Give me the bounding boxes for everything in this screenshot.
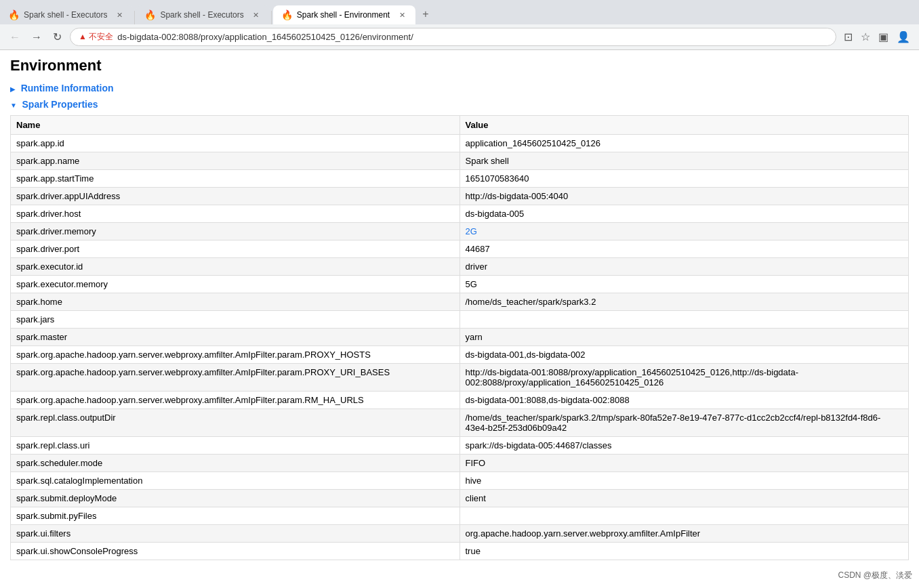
tab-icon-3: 🔥 bbox=[281, 9, 293, 20]
property-value: ds-bigdata-001,ds-bigdata-002 bbox=[460, 346, 909, 364]
col-header-name: Name bbox=[11, 116, 460, 135]
property-value: 5G bbox=[460, 276, 909, 293]
back-button[interactable]: ← bbox=[7, 30, 23, 45]
table-row: spark.submit.pyFiles bbox=[11, 507, 909, 525]
tab-bar: 🔥 Spark shell - Executors ✕ 🔥 Spark shel… bbox=[0, 0, 919, 24]
cast-button[interactable]: ⊡ bbox=[842, 28, 855, 45]
address-bar-row: ← → ↻ ▲ 不安全 ds-bigdata-002:8088/proxy/ap… bbox=[0, 24, 919, 49]
spark-section-header: Spark Properties bbox=[10, 99, 909, 110]
tab-environment[interactable]: 🔥 Spark shell - Environment ✕ bbox=[273, 5, 415, 24]
refresh-button[interactable]: ↻ bbox=[50, 29, 64, 45]
table-row: spark.app.nameSpark shell bbox=[11, 152, 909, 170]
table-row: spark.scheduler.modeFIFO bbox=[11, 455, 909, 472]
table-row: spark.driver.hostds-bigdata-005 bbox=[11, 205, 909, 223]
property-value: ds-bigdata-001:8088,ds-bigdata-002:8088 bbox=[460, 392, 909, 409]
property-name: spark.ui.showConsoleProgress bbox=[11, 543, 460, 560]
table-row: spark.driver.port44687 bbox=[11, 240, 909, 258]
table-row: spark.app.startTime1651070583640 bbox=[11, 170, 909, 188]
tab-executors-1[interactable]: 🔥 Spark shell - Executors ✕ bbox=[0, 5, 133, 24]
address-url: ds-bigdata-002:8088/proxy/application_16… bbox=[117, 32, 828, 42]
property-name: spark.repl.class.outputDir bbox=[11, 409, 460, 437]
property-value bbox=[460, 311, 909, 329]
table-row: spark.driver.appUIAddresshttp://ds-bigda… bbox=[11, 188, 909, 205]
page-title: Environment bbox=[10, 57, 909, 75]
browser-actions: ⊡ ☆ ▣ 👤 bbox=[842, 28, 912, 45]
property-value[interactable]: 2G bbox=[460, 223, 909, 240]
runtime-label: Runtime Information bbox=[21, 83, 114, 93]
property-value: application_1645602510425_0126 bbox=[460, 135, 909, 152]
tab-separator-1 bbox=[134, 11, 135, 24]
property-name: spark.app.startTime bbox=[11, 170, 460, 188]
table-row: spark.org.apache.hadoop.yarn.server.webp… bbox=[11, 346, 909, 364]
property-value: http://ds-bigdata-001:8088/proxy/applica… bbox=[460, 364, 909, 392]
runtime-section-header: Runtime Information bbox=[10, 83, 909, 93]
new-tab-button[interactable]: + bbox=[415, 4, 435, 24]
tab-title-3: Spark shell - Environment bbox=[297, 10, 390, 20]
property-name: spark.sql.catalogImplementation bbox=[11, 472, 460, 490]
tab-title-2: Spark shell - Executors bbox=[160, 10, 243, 20]
property-value bbox=[460, 507, 909, 525]
tab-close-1[interactable]: ✕ bbox=[114, 9, 125, 20]
property-value: driver bbox=[460, 258, 909, 276]
table-row: spark.executor.memory5G bbox=[11, 276, 909, 293]
table-row: spark.ui.showConsoleProgresstrue bbox=[11, 543, 909, 560]
profile-button[interactable]: 👤 bbox=[895, 28, 912, 45]
property-name: spark.driver.memory bbox=[11, 223, 460, 240]
table-row: spark.submit.deployModeclient bbox=[11, 490, 909, 507]
tab-executors-2[interactable]: 🔥 Spark shell - Executors ✕ bbox=[136, 5, 269, 24]
property-value: ds-bigdata-005 bbox=[460, 205, 909, 223]
tab-icon-1: 🔥 bbox=[8, 9, 20, 20]
property-name: spark.executor.memory bbox=[11, 276, 460, 293]
property-value: hive bbox=[460, 472, 909, 490]
tab-title-1: Spark shell - Executors bbox=[24, 10, 107, 20]
property-value: /home/ds_teacher/spark/spark3.2 bbox=[460, 293, 909, 311]
property-name: spark.app.name bbox=[11, 152, 460, 170]
property-name: spark.repl.class.uri bbox=[11, 437, 460, 455]
tab-close-3[interactable]: ✕ bbox=[396, 9, 407, 20]
table-row: spark.masteryarn bbox=[11, 329, 909, 346]
property-value: true bbox=[460, 543, 909, 560]
table-row: spark.ui.filtersorg.apache.hadoop.yarn.s… bbox=[11, 525, 909, 543]
security-warning: ▲ 不安全 bbox=[79, 31, 113, 43]
table-row: spark.repl.class.urispark://ds-bigdata-0… bbox=[11, 437, 909, 455]
property-name: spark.app.id bbox=[11, 135, 460, 152]
forward-button[interactable]: → bbox=[28, 30, 45, 45]
tab-close-2[interactable]: ✕ bbox=[251, 9, 262, 20]
spark-label: Spark Properties bbox=[22, 99, 98, 110]
runtime-toggle[interactable]: Runtime Information bbox=[10, 83, 114, 93]
property-value: 1651070583640 bbox=[460, 170, 909, 188]
table-row: spark.app.idapplication_1645602510425_01… bbox=[11, 135, 909, 152]
property-name: spark.scheduler.mode bbox=[11, 455, 460, 472]
property-value: org.apache.hadoop.yarn.server.webproxy.a… bbox=[460, 525, 909, 543]
tab-groups-button[interactable]: ▣ bbox=[876, 28, 891, 45]
property-name: spark.executor.id bbox=[11, 258, 460, 276]
address-box[interactable]: ▲ 不安全 ds-bigdata-002:8088/proxy/applicat… bbox=[70, 28, 836, 46]
property-name: spark.submit.pyFiles bbox=[11, 507, 460, 525]
property-name: spark.master bbox=[11, 329, 460, 346]
property-name: spark.org.apache.hadoop.yarn.server.webp… bbox=[11, 346, 460, 364]
property-name: spark.ui.filters bbox=[11, 525, 460, 543]
property-value: Spark shell bbox=[460, 152, 909, 170]
property-name: spark.org.apache.hadoop.yarn.server.webp… bbox=[11, 392, 460, 409]
table-row: spark.repl.class.outputDir/home/ds_teach… bbox=[11, 409, 909, 437]
table-row: spark.sql.catalogImplementationhive bbox=[11, 472, 909, 490]
tab-separator-2 bbox=[271, 11, 272, 24]
page-content: Environment Runtime Information Spark Pr… bbox=[0, 50, 919, 567]
property-value: FIFO bbox=[460, 455, 909, 472]
property-value: /home/ds_teacher/spark/spark3.2/tmp/spar… bbox=[460, 409, 909, 437]
property-name: spark.home bbox=[11, 293, 460, 311]
property-value: spark://ds-bigdata-005:44687/classes bbox=[460, 437, 909, 455]
table-row: spark.org.apache.hadoop.yarn.server.webp… bbox=[11, 392, 909, 409]
table-row: spark.executor.iddriver bbox=[11, 258, 909, 276]
bookmark-button[interactable]: ☆ bbox=[859, 28, 872, 45]
property-name: spark.submit.deployMode bbox=[11, 490, 460, 507]
table-row: spark.org.apache.hadoop.yarn.server.webp… bbox=[11, 364, 909, 392]
table-row: spark.jars bbox=[11, 311, 909, 329]
property-name: spark.driver.host bbox=[11, 205, 460, 223]
col-header-value: Value bbox=[460, 116, 909, 135]
property-name: spark.org.apache.hadoop.yarn.server.webp… bbox=[11, 364, 460, 392]
property-name: spark.driver.port bbox=[11, 240, 460, 258]
property-value: client bbox=[460, 490, 909, 507]
table-row: spark.driver.memory2G bbox=[11, 223, 909, 240]
spark-toggle[interactable]: Spark Properties bbox=[10, 99, 98, 110]
